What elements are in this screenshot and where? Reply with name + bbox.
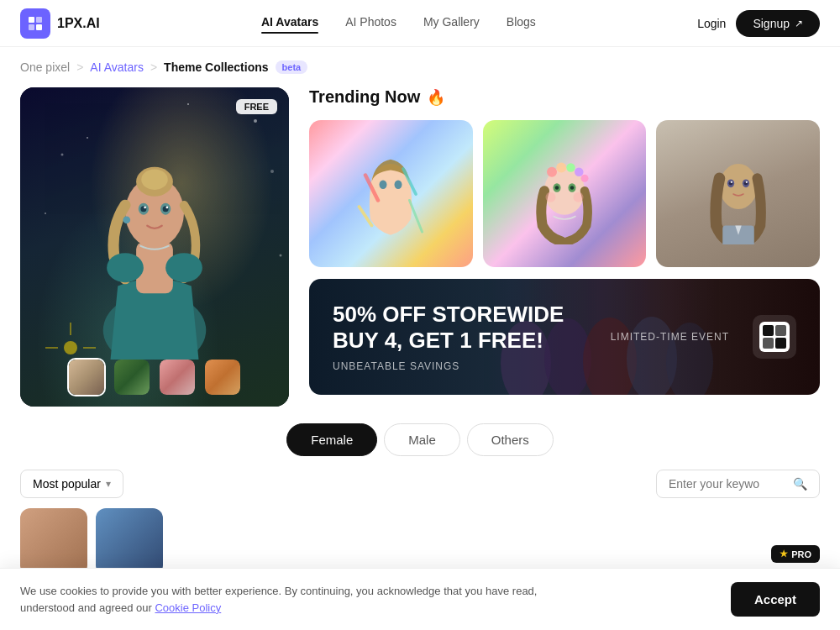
svg-rect-0 bbox=[29, 17, 34, 23]
svg-point-26 bbox=[144, 207, 146, 209]
breadcrumb-page: Theme Collections bbox=[164, 60, 268, 74]
accept-button[interactable]: Accept bbox=[731, 582, 820, 617]
trending-header: Trending Now 🔥 bbox=[309, 87, 820, 107]
svg-point-46 bbox=[555, 186, 559, 190]
svg-point-9 bbox=[280, 255, 282, 257]
svg-point-4 bbox=[254, 119, 257, 123]
sort-dropdown[interactable]: Most popular ▾ bbox=[20, 470, 123, 498]
svg-point-56 bbox=[730, 181, 732, 182]
pro-star-icon: ★ bbox=[780, 549, 788, 559]
cookie-text: We use cookies to provide you with bette… bbox=[20, 583, 591, 616]
svg-line-35 bbox=[410, 200, 423, 232]
cookie-banner: We use cookies to provide you with bette… bbox=[0, 568, 840, 630]
nav-my-gallery[interactable]: My Gallery bbox=[423, 15, 480, 32]
nav-actions: Login Signup ↗ bbox=[697, 10, 820, 37]
promo-banner[interactable]: 50% OFF STOREWIDE BUY 4, GET 1 FREE! UNB… bbox=[309, 279, 820, 395]
promo-subtitle: UNBEATABLE SAVINGS bbox=[333, 360, 564, 372]
promo-title-line2: BUY 4, GET 1 FREE! bbox=[333, 328, 564, 354]
logo[interactable]: 1PX.AI bbox=[20, 8, 100, 39]
trending-img-1[interactable] bbox=[309, 120, 473, 267]
nav-blogs[interactable]: Blogs bbox=[507, 15, 536, 32]
logo-text: 1PX.AI bbox=[57, 16, 100, 31]
bottom-thumbs bbox=[0, 508, 840, 575]
hero-section: FREE bbox=[20, 87, 289, 407]
pro-label: PRO bbox=[791, 549, 811, 559]
search-icon: 🔍 bbox=[793, 477, 807, 491]
svg-point-48 bbox=[546, 192, 556, 202]
svg-point-36 bbox=[380, 180, 387, 189]
cookie-policy-link[interactable]: Cookie Policy bbox=[155, 601, 221, 614]
svg-point-29 bbox=[107, 253, 144, 282]
thumb-image-2 bbox=[114, 360, 150, 395]
nav-links: AI Avatars AI Photos My Gallery Blogs bbox=[261, 15, 536, 32]
promo-logo-sq-3 bbox=[763, 338, 774, 349]
sort-label: Most popular bbox=[33, 477, 101, 491]
promo-right-text: LIMITED-TIME EVENT bbox=[611, 331, 729, 343]
promo-logo-icon bbox=[753, 315, 796, 359]
svg-point-39 bbox=[547, 166, 557, 176]
bottom-thumb-1[interactable] bbox=[20, 508, 87, 575]
breadcrumb-section[interactable]: AI Avatars bbox=[90, 60, 144, 74]
trending-img-3[interactable] bbox=[656, 120, 820, 267]
signup-button[interactable]: Signup ↗ bbox=[736, 10, 820, 37]
svg-rect-1 bbox=[36, 17, 42, 23]
login-button[interactable]: Login bbox=[697, 17, 726, 30]
right-section: Trending Now 🔥 bbox=[309, 87, 820, 407]
beta-badge: beta bbox=[276, 60, 308, 74]
signup-arrow-icon: ↗ bbox=[795, 18, 803, 29]
svg-point-27 bbox=[166, 207, 169, 209]
hero-thumb-4[interactable] bbox=[203, 358, 242, 396]
thumb-image-4 bbox=[205, 360, 240, 395]
svg-point-7 bbox=[270, 170, 274, 173]
svg-point-21 bbox=[141, 169, 168, 190]
pro-badge: ★ PRO bbox=[771, 545, 820, 563]
promo-logo-sq-4 bbox=[775, 338, 786, 349]
svg-point-6 bbox=[187, 103, 189, 105]
trending-img-2-inner bbox=[483, 120, 647, 267]
tab-others[interactable]: Others bbox=[467, 423, 554, 456]
svg-point-30 bbox=[165, 253, 202, 282]
promo-title-line1: 50% OFF STOREWIDE bbox=[333, 302, 564, 328]
svg-point-37 bbox=[395, 180, 402, 189]
chevron-down-icon: ▾ bbox=[106, 478, 111, 490]
breadcrumb-home[interactable]: One pixel bbox=[20, 60, 70, 74]
trending-img-1-inner bbox=[309, 120, 473, 267]
hero-thumb-3[interactable] bbox=[158, 358, 197, 396]
tab-female[interactable]: Female bbox=[286, 423, 377, 456]
breadcrumb-separator: > bbox=[76, 60, 83, 74]
trending-img-2[interactable] bbox=[483, 120, 647, 267]
promo-logo-grid bbox=[759, 322, 790, 352]
hero-lady-figure bbox=[71, 124, 239, 360]
bottom-thumb-2[interactable] bbox=[96, 508, 163, 575]
svg-point-41 bbox=[566, 163, 575, 172]
thumb-image-1 bbox=[69, 360, 104, 395]
svg-point-8 bbox=[45, 213, 46, 214]
hero-thumb-2[interactable] bbox=[113, 358, 151, 396]
hero-image[interactable]: FREE bbox=[20, 87, 289, 407]
svg-point-57 bbox=[745, 181, 747, 182]
promo-logo-sq-1 bbox=[763, 325, 774, 336]
svg-point-49 bbox=[574, 192, 584, 202]
nav-ai-photos[interactable]: AI Photos bbox=[345, 15, 396, 32]
svg-point-5 bbox=[61, 154, 64, 156]
main-content: FREE Trending Now 🔥 bbox=[0, 87, 840, 407]
breadcrumb: One pixel > AI Avatars > Theme Collectio… bbox=[0, 47, 840, 87]
controls-row: Most popular ▾ 🔍 bbox=[0, 470, 840, 498]
thumb-image-3 bbox=[160, 360, 195, 395]
trending-images bbox=[309, 120, 820, 267]
hero-thumb-1[interactable] bbox=[67, 358, 106, 396]
trending-img-3-inner bbox=[656, 120, 820, 267]
svg-point-42 bbox=[575, 167, 584, 176]
svg-point-28 bbox=[123, 216, 130, 223]
nav-ai-avatars[interactable]: AI Avatars bbox=[261, 15, 318, 32]
promo-logo-sq-2 bbox=[775, 325, 786, 336]
logo-icon bbox=[20, 8, 50, 39]
promo-text: 50% OFF STOREWIDE BUY 4, GET 1 FREE! UNB… bbox=[333, 302, 564, 372]
tab-male[interactable]: Male bbox=[384, 423, 460, 456]
svg-point-43 bbox=[581, 174, 589, 181]
search-input[interactable] bbox=[669, 477, 786, 491]
free-badge: FREE bbox=[236, 99, 277, 114]
svg-rect-3 bbox=[36, 24, 42, 30]
trending-title: Trending Now bbox=[309, 87, 420, 107]
trending-icon: 🔥 bbox=[427, 88, 445, 107]
